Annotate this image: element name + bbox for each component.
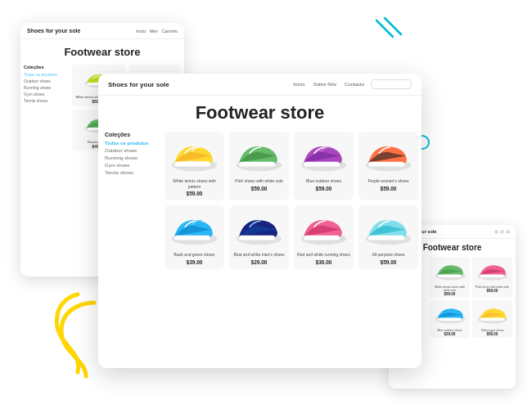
wbr-shoe-img-1 (433, 258, 467, 281)
wbl-nav-carrinho: Carrinho (162, 29, 178, 34)
wbr-product-price-2: $59.00 (474, 289, 511, 293)
wm-product-5[interactable]: Back and green shoes $39.00 (165, 205, 224, 269)
wbr-ctrl-2 (500, 230, 504, 234)
svg-rect-19 (174, 236, 210, 240)
wm-product-name-5: Back and green shoes (168, 252, 221, 258)
wm-shoe-img-1 (168, 136, 221, 173)
wm-product-price-8: $59.00 (362, 259, 415, 265)
wbr-product-4: Yellow gym shoes $59.00 (472, 300, 512, 338)
svg-rect-27 (437, 275, 461, 278)
wm-product-price-6: $29.00 (232, 259, 286, 265)
wm-logo: Shoes for your sole (108, 81, 293, 88)
svg-rect-23 (304, 236, 340, 240)
wm-product-name-3: Blue outdoor shoes (297, 178, 350, 184)
wbr-product-2: Pink shoes with white sole $59.00 (472, 257, 512, 298)
wbr-shoe-img-3 (433, 302, 467, 325)
wm-product-name-7: Red and white running shoes (297, 252, 350, 258)
wm-product-price-5: $39.00 (168, 259, 221, 265)
wm-sidebar-outdoor[interactable]: Outdoor shoes (105, 148, 158, 153)
teal-lines-decoration (372, 16, 405, 41)
wm-product-name-6: Blue and white men's shoes (232, 252, 286, 258)
wm-shoe-img-2 (232, 136, 286, 173)
wm-shoe-img-4 (362, 136, 415, 173)
wbr-ctrl-1 (494, 230, 498, 234)
wbl-navbar: Shoes for your sole Início Men Carrinho (20, 23, 184, 39)
wm-product-7[interactable]: Red and white running shoes $30.00 (294, 205, 354, 269)
wm-product-1[interactable]: White tennis shoes with pattern $59.00 (165, 132, 224, 200)
wm-product-name-2: Pink shoes with white sole (232, 178, 286, 184)
svg-rect-21 (239, 236, 275, 240)
svg-rect-13 (239, 162, 275, 167)
wbr-product-3: Blue outdoor shoes $29.00 (430, 300, 470, 338)
wm-product-2[interactable]: Pink shoes with white sole $59.00 (229, 132, 289, 200)
wbl-sidebar: Coleções Todas os produtos Outdoor shoes… (24, 65, 69, 151)
wm-products-grid: White tennis shoes with pattern $59.00 P… (165, 132, 418, 269)
svg-rect-33 (480, 318, 503, 321)
wm-sidebar-running[interactable]: Running shoes (105, 155, 158, 160)
wbl-logo: Shoes for your sole (27, 28, 131, 34)
wbl-sidebar-all[interactable]: Todas os produtos (24, 72, 69, 77)
wm-product-4[interactable]: Purple women's shoes $59.00 (358, 132, 418, 200)
wm-sidebar: Coleções Todas os produtos Outdoor shoes… (105, 132, 158, 269)
wbr-window-controls (494, 230, 510, 234)
wbl-store-title: Footwear store (27, 46, 178, 58)
wbr-product-price-4: $59.00 (474, 332, 511, 336)
wm-product-price-2: $59.00 (232, 186, 286, 191)
svg-rect-25 (368, 236, 404, 240)
wbl-sidebar-tennis[interactable]: Tennis shoes (24, 98, 69, 103)
wm-shoe-img-6 (232, 209, 286, 246)
wm-sidebar-tennis[interactable]: Tennis shoes (105, 170, 158, 175)
wbl-title-section: Footwear store (20, 39, 184, 61)
wbl-sidebar-outdoor[interactable]: Outdoor shoes (24, 79, 69, 83)
wm-search-box[interactable] (371, 79, 412, 89)
wbr-product-price-1: $59.00 (431, 292, 468, 296)
wm-product-price-7: $30.00 (297, 259, 350, 265)
wm-nav-inicio[interactable]: Início (293, 82, 304, 87)
wbl-nav-men: Men (150, 29, 158, 34)
wm-navbar: Shoes for your sole Início Sobre Nós Con… (98, 74, 422, 96)
wm-shoe-img-8 (362, 209, 415, 246)
wm-product-6[interactable]: Blue and white men's shoes $29.00 (229, 205, 289, 269)
wbr-product-name-1: White tennis shoes with white sole (431, 285, 468, 292)
svg-rect-17 (368, 162, 404, 167)
wm-product-price-3: $59.00 (297, 186, 350, 191)
wm-nav-sobre[interactable]: Sobre Nós (313, 82, 336, 87)
wbl-nav-inicio: Início (136, 29, 146, 34)
wm-shoe-img-3 (297, 136, 350, 173)
wbl-sidebar-title: Coleções (24, 65, 69, 70)
wm-nav-links: Início Sobre Nós Contacto (293, 82, 364, 87)
svg-rect-31 (437, 318, 461, 321)
wm-nav-contacto[interactable]: Contacto (345, 82, 364, 87)
wm-product-name-8: All-purpose shoes (362, 252, 415, 258)
wbr-product-price-3: $29.00 (431, 332, 468, 336)
main-window: Shoes for your sole Início Sobre Nós Con… (98, 74, 422, 368)
wm-product-3[interactable]: Blue outdoor shoes $59.00 (294, 132, 354, 200)
svg-rect-11 (174, 162, 210, 167)
wbr-shoe-img-2 (476, 258, 510, 281)
wm-product-name-4: Purple women's shoes (362, 178, 415, 184)
wm-sidebar-gym[interactable]: Gym shoes (105, 163, 158, 168)
wbr-products-grid: White tennis shoes with white sole $59.0… (430, 257, 512, 338)
svg-rect-15 (304, 162, 340, 167)
wm-sidebar-all[interactable]: Todas os produtos (105, 141, 158, 146)
wbl-sidebar-running[interactable]: Running shoes (24, 85, 69, 90)
wbl-nav-links: Início Men Carrinho (136, 29, 178, 34)
wm-body: Coleções Todas os produtos Outdoor shoes… (98, 128, 422, 272)
wm-store-title: Footwear store (108, 102, 412, 124)
wm-product-price-4: $59.00 (362, 186, 415, 191)
svg-rect-29 (480, 275, 503, 278)
wm-product-price-1: $59.00 (168, 191, 221, 196)
wbr-shoe-img-4 (476, 302, 510, 325)
wbl-sidebar-gym[interactable]: Gym shoes (24, 92, 69, 97)
wm-product-name-1: White tennis shoes with pattern (168, 178, 221, 189)
wm-shoe-img-5 (168, 209, 221, 246)
wm-shoe-img-7 (297, 209, 350, 246)
wbr-ctrl-3 (506, 230, 510, 234)
wm-sidebar-title: Coleções (105, 132, 158, 137)
wm-product-8[interactable]: All-purpose shoes $59.00 (358, 205, 418, 269)
wbr-product-1: White tennis shoes with white sole $59.0… (430, 257, 470, 298)
wm-title-section: Footwear store (98, 96, 422, 128)
